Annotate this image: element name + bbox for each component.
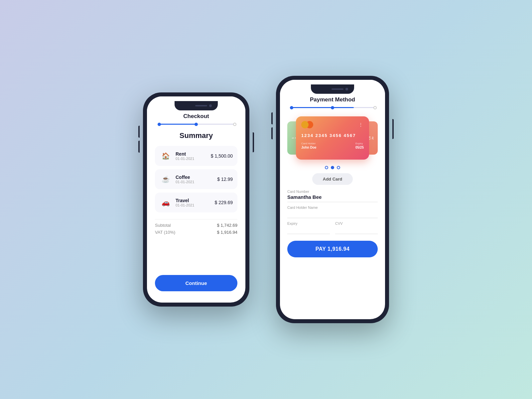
- coffee-date: 01-01-2021: [176, 180, 217, 184]
- rent-name: Rent: [176, 151, 211, 157]
- carousel-dot-2[interactable]: [331, 166, 334, 169]
- coffee-name: Coffee: [176, 175, 217, 180]
- carousel-dot-1[interactable]: [325, 166, 328, 169]
- progress-track: [158, 124, 235, 125]
- card-expiry-value: 05/25: [355, 146, 364, 149]
- notch-camera: [209, 104, 212, 107]
- card-holder-label: Card Holder: [301, 142, 317, 145]
- progress-dot-2: [331, 106, 334, 109]
- holder-name-field: Card Holder Name: [287, 205, 378, 221]
- card-expiry-section: Expiry 05/25: [355, 142, 364, 149]
- checkout-phone: Checkout Summary 🏠 Rent: [143, 92, 249, 307]
- card-carousel: 1 7 2 ⋮ 1234 2345 3456 4567: [287, 115, 378, 161]
- notch: [311, 84, 354, 94]
- continue-button[interactable]: Continue: [155, 275, 237, 291]
- payment-progress: [287, 107, 378, 108]
- progress-track: [290, 107, 375, 108]
- power-button: [253, 132, 254, 152]
- cvv-input[interactable]: [335, 226, 378, 234]
- expiry-input[interactable]: [287, 226, 330, 234]
- volume-down-button: [138, 141, 140, 153]
- coffee-info: Coffee 01-01-2021: [176, 175, 217, 184]
- progress-dot-1: [158, 123, 161, 126]
- card-top: ⋮: [301, 121, 364, 128]
- travel-name: Travel: [176, 198, 215, 203]
- travel-date: 01-01-2021: [176, 203, 215, 207]
- holder-name-input[interactable]: [287, 210, 378, 218]
- card-number-value[interactable]: Samantha Bee: [287, 194, 378, 202]
- card-right-text3: Jo: [371, 136, 374, 140]
- notch-line: [195, 105, 207, 106]
- list-item: ☕ Coffee 01-01-2021 $ 12.99: [155, 169, 237, 189]
- card-holder-value: John Doe: [301, 146, 317, 149]
- payment-phone: Payment Method 1 7 2: [276, 76, 389, 323]
- notch: [175, 101, 218, 110]
- payment-title: Payment Method: [287, 96, 378, 103]
- cvv-label: CVV: [335, 221, 378, 225]
- expiry-cvv-row: Expiry CVV: [287, 221, 378, 237]
- travel-amount: $ 229.69: [215, 200, 233, 205]
- subtotal-row: Subtotal $ 1,742.69: [155, 223, 237, 228]
- travel-icon: 🚗: [160, 197, 172, 208]
- divider: [155, 219, 237, 219]
- mastercard-logo: [301, 121, 313, 128]
- card-number-label: Card Number: [287, 190, 378, 194]
- rent-amount: $ 1,500.00: [211, 153, 233, 159]
- checkout-screen: Checkout Summary 🏠 Rent: [147, 113, 245, 299]
- coffee-amount: $ 12.99: [217, 177, 233, 182]
- subtotal-label: Subtotal: [155, 223, 171, 228]
- carousel-dot-3[interactable]: [337, 166, 340, 169]
- rent-info: Rent 01-01-2021: [176, 151, 211, 161]
- vat-row: VAT (10%) $ 1,916.94: [155, 230, 237, 235]
- card-number-display: 1234 2345 3456 4567: [301, 133, 364, 138]
- card-expiry-label: Expiry: [355, 142, 364, 145]
- pay-button[interactable]: PAY 1,916.94: [287, 241, 378, 257]
- volume-up-button: [271, 112, 273, 124]
- expiry-label: Expiry: [287, 221, 330, 225]
- card-menu-dots[interactable]: ⋮: [358, 122, 364, 127]
- card-left-text1: 1: [291, 137, 294, 139]
- cvv-field: CVV: [335, 221, 378, 237]
- notch-area: [147, 96, 245, 113]
- summary-title: Summary: [155, 131, 237, 140]
- progress-dot-3: [373, 106, 377, 109]
- add-card-button[interactable]: Add Card: [312, 173, 353, 185]
- progress-fill: [290, 107, 354, 108]
- progress-dot-2: [195, 123, 198, 126]
- card-bottom: Card Holder John Doe Expiry 05/25: [301, 142, 364, 149]
- rent-date: 01-01-2021: [176, 157, 211, 161]
- card-number-field: Card Number Samantha Bee: [287, 190, 378, 205]
- progress-fill: [158, 124, 196, 125]
- list-item: 🏠 Rent 01-01-2021 $ 1,500.00: [155, 146, 237, 166]
- volume-down-button: [271, 127, 273, 139]
- notch-camera: [345, 88, 348, 90]
- checkout-progress: [155, 124, 237, 125]
- coffee-icon: ☕: [160, 173, 172, 185]
- power-button: [392, 119, 394, 139]
- checkout-title: Checkout: [155, 113, 237, 120]
- progress-dot-3: [233, 123, 236, 126]
- expiry-field: Expiry: [287, 221, 330, 237]
- holder-name-label: Card Holder Name: [287, 205, 378, 209]
- carousel-dots: [287, 166, 378, 169]
- card-holder-section: Card Holder John Doe: [301, 142, 317, 149]
- notch-line: [332, 88, 343, 90]
- subtotal-value: $ 1,742.69: [217, 223, 237, 228]
- list-item: 🚗 Travel 01-01-2021 $ 229.69: [155, 193, 237, 212]
- vat-label: VAT (10%): [155, 230, 175, 235]
- volume-up-button: [138, 126, 140, 138]
- mastercard-circle-left: [301, 121, 309, 128]
- progress-dot-1: [290, 106, 293, 109]
- notch-area: [280, 80, 385, 96]
- travel-info: Travel 01-01-2021: [176, 198, 215, 207]
- vat-value: $ 1,916.94: [217, 230, 237, 235]
- credit-card-main[interactable]: ⋮ 1234 2345 3456 4567 Card Holder John D…: [296, 116, 369, 160]
- payment-screen: Payment Method 1 7 2: [280, 96, 385, 316]
- rent-icon: 🏠: [160, 150, 172, 162]
